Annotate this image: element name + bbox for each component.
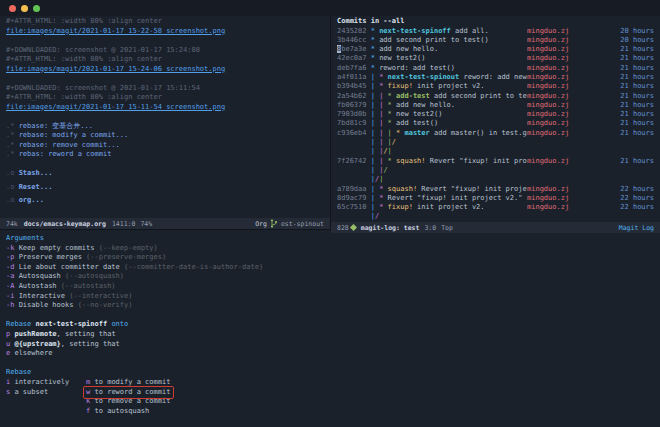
buffer-size: 828 [337,224,349,232]
commit-row[interactable]: 7bd81c9 | | * add test()mingduo.zj21 hou… [337,119,654,128]
graph-char: * [371,27,379,35]
graph-char: | [371,73,379,81]
commit-graph-message: | | |/ [337,138,527,147]
argument-flag: (--committer-date-is-author-date) [124,263,263,271]
org-heading: rebas: reword a commit [14,150,111,158]
commit-author: mingduo.zj [527,82,575,91]
commit-row[interactable]: c936eb4 | | | * master add master() in t… [337,129,654,138]
graph-char: * [388,101,396,109]
commit-row[interactable]: 7903d0b | | * new test2()mingduo.zj21 ho… [337,110,654,119]
commit-graph-message: 7bd81c9 | | * add test() [337,119,527,128]
commit-row[interactable]: a789daa | * squash! Revert "fixup! init … [337,185,654,194]
commit-row[interactable]: 42ec0a7 * new test2()mingduo.zj21 hours [337,54,654,63]
transient-line: -a Autosquash (--autosquash) [6,272,656,282]
minimize-button[interactable] [21,5,28,12]
commit-row[interactable]: 2a54b62 | | * add-test add second print … [337,92,654,101]
commit-hash: 42ec0a7 [337,54,371,62]
maximize-button[interactable] [33,5,40,12]
commit-row[interactable]: |/ [337,212,654,221]
argument-flag: (--autosquash) [65,272,124,280]
org-line: .* rebas: reword a commit [6,150,328,160]
graph-char: | [371,203,379,211]
magit-modeline: 828 magit-log: test 3:0 Top Magit Log [331,222,660,233]
transient-line: e elsewhere [6,349,656,359]
org-heading: rebase: modify a commit... [14,131,128,139]
transient-line: s a subset w to reword a commit [6,388,656,398]
commit-row[interactable]: 8d9ac79 | * Revert "fixup! init project … [337,194,654,203]
transient-line: -d Lie about committer date (--committer… [6,263,656,273]
graph-char: | [371,166,379,174]
argument-flag: (--autostash) [61,282,116,290]
commit-author: mingduo.zj [527,101,575,110]
magit-log-buffer[interactable]: Commits in --all 2435282 * next-test-spi… [331,16,660,222]
commit-row[interactable]: | |/| [337,147,654,156]
graph-char: * [371,54,379,62]
transient-line: Rebase next-test-spinoff onto [6,320,656,330]
commit-message: new test2() [379,54,425,62]
org-meta-line: #+DOWNLOADED: screenshot @ 2021-01-17 15… [6,84,200,92]
item-text: interactively [10,378,69,386]
commit-graph-message: | |/ [337,166,527,175]
commit-graph-message: b394b45 | * fixup! init project v2. [337,82,527,91]
graph-char: * [388,110,396,118]
commit-row[interactable]: 65c7510 | * fixup! init project v2.mingd… [337,203,654,212]
org-line [6,112,328,122]
commit-row[interactable]: | | |/ [337,138,654,147]
org-heading: Reset... [14,183,52,191]
file-link[interactable]: file:images/magit/2021-01-17_15-22-58_sc… [6,27,225,35]
commit-keyword: squash! [388,185,418,193]
commit-graph-message: c936eb4 | | | * master add master() in t… [337,129,527,138]
branch-label: next-test-spinoff [379,27,451,35]
commit-time: 21 hours [575,82,654,91]
commit-row[interactable]: a4f011a | * next-test-spinout reword: ad… [337,73,654,82]
item-text: to remove a commit [90,397,170,405]
graph-char: * [379,82,387,90]
argument-flag: (--interactive) [69,292,132,300]
commit-row[interactable]: deb7fa6 * reword: add test()mingduo.zj21… [337,64,654,73]
commit-author: mingduo.zj [527,194,575,203]
commit-graph-message: 8be7a3e * add new hello. [337,45,527,54]
graph-char: * [388,119,396,127]
spacer [69,378,86,386]
commit-row[interactable]: |/| [337,175,654,184]
argument-flag: (--preserve-merges) [86,253,166,261]
graph-char: * [388,92,396,100]
transient-line: Arguments [6,234,656,244]
commit-row[interactable]: 8be7a3e * add new hello.mingduo.zj21 hou… [337,45,654,54]
commit-keyword: squash! [396,157,426,165]
commit-hash: 65c7510 [337,203,371,211]
graph-char: | [371,101,379,109]
transient-buffer[interactable]: Arguments-k Keep empty commits (--keep-e… [0,229,660,427]
commit-time: 21 hours [575,101,654,110]
branch-label: master [404,129,429,137]
commit-message: reword: add test() [379,64,455,72]
commit-row[interactable]: 3b446cc * add second print to test()ming… [337,36,654,45]
commit-row[interactable]: fb06379 | | * add new hello.mingduo.zj21… [337,101,654,110]
close-button[interactable] [9,5,16,12]
commit-author: mingduo.zj [527,157,575,166]
commit-row[interactable]: b394b45 | * fixup! init project v2.mingd… [337,82,654,91]
org-meta-line: #+DOWNLOADED: screenshot @ 2021-01-17 15… [6,46,200,54]
cursor-position: 3:0 [424,224,436,232]
scroll-indicator: Top [441,224,453,232]
commit-row[interactable]: 2435282 * next-test-spinoff add all.ming… [337,27,654,36]
commit-hash: 2a54b62 [337,92,371,100]
commit-hash: 7f26742 [337,157,371,165]
commit-row[interactable]: 7f26742 | | * squash! Revert "fixup! ini… [337,157,654,166]
commit-message: init project v2. [413,82,485,90]
transient-line: -p Preserve merges (--preserve-merges) [6,253,656,263]
org-buffer[interactable]: #+ATTR_HTML: :width 80% :align centerfil… [0,16,330,218]
commit-time: 22 hours [575,194,654,203]
org-line: .o org... [6,196,328,206]
commit-row[interactable]: | |/ [337,166,654,175]
org-line: #+DOWNLOADED: screenshot @ 2021-01-17 15… [6,46,328,56]
file-link[interactable]: file:images/magit/2021-01-17_15-24-06_sc… [6,65,225,73]
graph-char: * [371,45,379,53]
file-link[interactable]: file:images/magit/2021-01-17_15-11-54_sc… [6,103,225,111]
commit-author: mingduo.zj [527,73,575,82]
commit-author: mingduo.zj [527,92,575,101]
commit-time: 21 hours [575,54,654,63]
commit-graph-message: 7f26742 | | * squash! Revert "fixup! ini… [337,157,527,166]
graph-char: | [379,92,387,100]
item-text: Lie about committer date [14,263,124,271]
